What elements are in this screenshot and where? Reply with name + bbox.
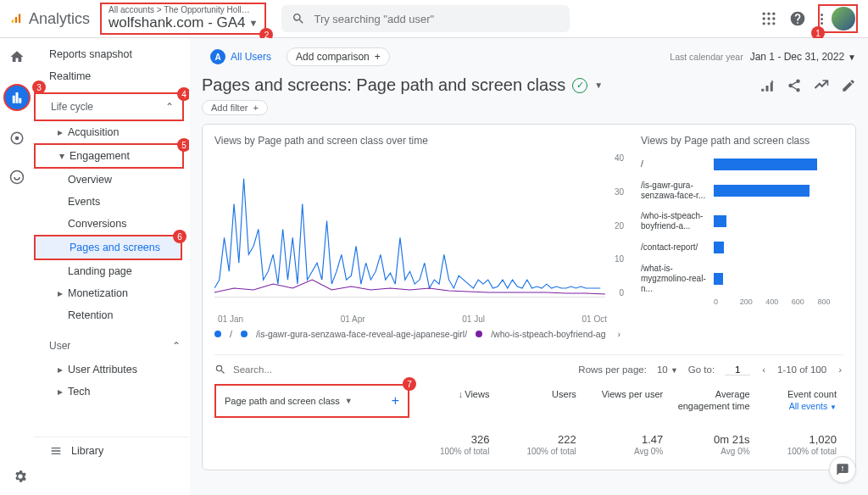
avatar[interactable]: [832, 7, 855, 31]
sidebar-item-label: Reports snapshot: [49, 48, 132, 60]
rail-advertising[interactable]: [5, 165, 29, 189]
caret-right-icon: ▸: [58, 364, 63, 375]
logo[interactable]: Analytics: [10, 9, 90, 28]
sidebar-realtime[interactable]: Realtime: [34, 65, 189, 87]
apps-icon[interactable]: [760, 10, 777, 27]
property-picker[interactable]: All accounts > The Opportunity Hollyw...…: [100, 3, 266, 35]
sidebar-eng-overview[interactable]: Overview: [34, 169, 189, 191]
bar-label: /contact-report/: [641, 242, 709, 253]
sidebar-engagement[interactable]: ▾Engagement 5: [34, 143, 184, 169]
add-filter-button[interactable]: Add filter +: [202, 100, 268, 115]
sidebar-lifecycle-header[interactable]: Life cycle ⌃ 4: [34, 92, 184, 121]
app-header: Analytics All accounts > The Opportunity…: [0, 0, 868, 38]
search-input[interactable]: [314, 13, 559, 25]
metric-head-users[interactable]: Users: [496, 384, 582, 418]
sidebar-acquisition[interactable]: ▸Acquisition: [34, 121, 189, 143]
svg-point-8: [772, 17, 775, 19]
header-actions: 1: [760, 4, 858, 33]
sidebar-reports-snapshot[interactable]: Reports snapshot: [34, 43, 189, 65]
report-sidebar: Reports snapshot Realtime Life cycle ⌃ 4…: [34, 38, 190, 495]
dimension-label: Page path and screen class: [225, 396, 340, 406]
total-event-count: 1,020100% of total: [757, 430, 843, 459]
svg-point-4: [767, 13, 770, 15]
rail-explore[interactable]: [5, 126, 29, 150]
total-aet: 0m 21sAvg 0%: [670, 430, 756, 459]
rail-reports[interactable]: 3: [3, 84, 31, 111]
sidebar-monetization[interactable]: ▸Monetization: [34, 282, 189, 304]
legend-next-icon[interactable]: ›: [615, 329, 625, 339]
y-tick: 30: [615, 187, 624, 197]
callout-5: 5: [177, 138, 190, 152]
goto-input[interactable]: [725, 364, 750, 375]
sidebar-item-label: Monetization: [68, 287, 128, 299]
svg-point-13: [15, 136, 19, 141]
sidebar-eng-conversions[interactable]: Conversions: [34, 213, 189, 235]
edit-icon[interactable]: [841, 78, 856, 93]
chip-label: Add filter: [211, 103, 248, 113]
caret-right-icon: ▸: [58, 126, 63, 138]
metric-head-views[interactable]: ↓Views: [409, 384, 496, 418]
chevron-down-icon[interactable]: ▼: [594, 81, 603, 90]
date-range-picker[interactable]: Last calendar year Jan 1 - Dec 31, 2022 …: [670, 51, 856, 63]
page-title: Pages and screens: Page path and screen …: [202, 75, 603, 95]
y-tick: 10: [615, 254, 624, 264]
report-card: Views by Page path and screen class over…: [202, 124, 856, 470]
sidebar-item-label: Library: [71, 445, 103, 457]
trend-icon[interactable]: [814, 78, 829, 93]
chevron-up-icon: ⌃: [165, 101, 174, 113]
account-menu[interactable]: 1: [818, 4, 858, 33]
total-users: 222100% of total: [496, 430, 582, 459]
sidebar-eng-events[interactable]: Events: [34, 191, 189, 213]
bar-label: /is-gawr-gura-senzawa-face-r...: [641, 181, 709, 201]
sidebar-library[interactable]: Library: [34, 437, 189, 464]
table-search-input[interactable]: [233, 364, 565, 375]
sidebar-user-attributes[interactable]: ▸User Attributes: [34, 359, 189, 381]
metric-sublabel: All events: [789, 401, 828, 411]
sidebar-user-header[interactable]: User ⌃: [34, 333, 189, 359]
metric-label: Views: [465, 389, 489, 399]
segment-a-icon: A: [210, 49, 225, 64]
caret-down-icon: ▾: [59, 150, 64, 162]
bar-row[interactable]: /contact-report/: [641, 242, 843, 253]
feedback-icon: [836, 463, 849, 476]
table-search[interactable]: [214, 364, 565, 375]
check-badge-icon[interactable]: ✓: [572, 78, 587, 93]
metric-head-event-count[interactable]: Event count All events ▼: [757, 384, 843, 418]
title-row: Pages and screens: Page path and screen …: [202, 75, 856, 95]
metric-head-vpu[interactable]: Views per user: [583, 384, 670, 418]
more-vert-icon[interactable]: [821, 14, 823, 25]
bar-row[interactable]: /what-is-mygzmolino-real-n...: [641, 264, 843, 294]
insights-icon[interactable]: [760, 78, 775, 93]
sort-down-icon: ↓: [459, 389, 464, 399]
search-box[interactable]: [281, 5, 570, 32]
sidebar-item-label: Realtime: [49, 70, 91, 82]
pager-prev-icon[interactable]: ‹: [760, 364, 767, 375]
all-users-chip[interactable]: A All Users: [202, 47, 280, 67]
sidebar-eng-landing[interactable]: Landing page: [34, 260, 189, 282]
add-comparison-button[interactable]: Add comparison +: [287, 47, 390, 66]
sidebar-item-label: Engagement: [70, 150, 130, 162]
table-header: Page path and screen class ▼ + 7 ↓Views …: [214, 384, 843, 418]
legend-dot-icon: [214, 331, 221, 337]
feedback-button[interactable]: [829, 456, 856, 483]
share-icon[interactable]: [787, 78, 802, 93]
rail-settings[interactable]: [8, 464, 32, 488]
help-icon[interactable]: [789, 10, 806, 27]
bar-row[interactable]: /: [641, 159, 843, 170]
line-chart-plot[interactable]: [214, 153, 605, 298]
chevron-down-icon: ▼: [345, 397, 353, 405]
sidebar-tech[interactable]: ▸Tech: [34, 381, 189, 403]
bar-row[interactable]: /who-is-stpeach-boyfriend-a...: [641, 211, 843, 231]
rows-per-page-select[interactable]: 10 ▼: [657, 364, 678, 375]
add-dimension-button[interactable]: +: [392, 393, 399, 409]
chevron-down-icon: ▼: [670, 366, 678, 375]
sidebar-eng-pages[interactable]: Pages and screens: [34, 235, 182, 260]
sidebar-retention[interactable]: Retention: [34, 304, 189, 326]
x-tick: 01 Oct: [582, 314, 607, 324]
pager-next-icon[interactable]: ›: [837, 364, 843, 375]
rail-home[interactable]: [5, 45, 29, 69]
dimension-picker[interactable]: Page path and screen class ▼ + 7: [214, 384, 409, 418]
bar-row[interactable]: /is-gawr-gura-senzawa-face-r...: [641, 181, 843, 201]
property-breadcrumb: All accounts > The Opportunity Hollyw...: [108, 5, 253, 14]
metric-head-aet[interactable]: Average engagement time: [670, 384, 756, 418]
